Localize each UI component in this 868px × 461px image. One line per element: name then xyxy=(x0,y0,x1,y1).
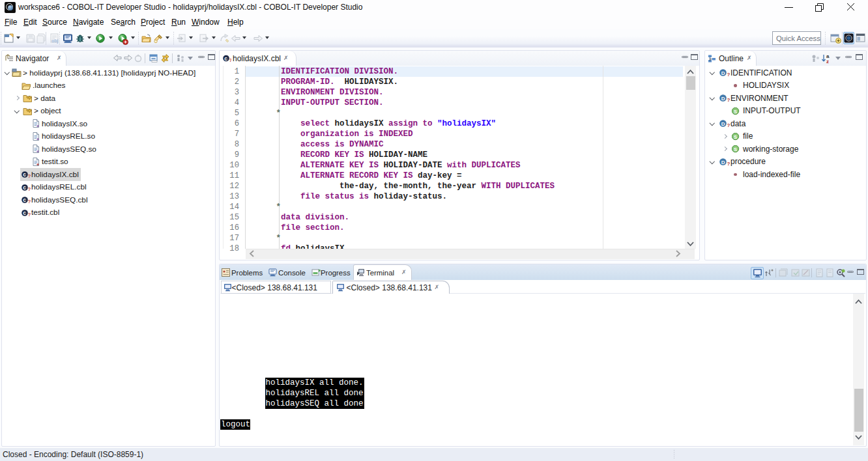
svg-text:obj: obj xyxy=(51,38,59,44)
svg-text:D: D xyxy=(721,70,725,76)
svg-text:z: z xyxy=(826,59,829,63)
svg-text:D: D xyxy=(721,160,725,165)
svg-text:c: c xyxy=(23,210,26,216)
svg-text:?: ? xyxy=(727,72,731,77)
svg-text:c: c xyxy=(23,197,26,203)
svg-text:D: D xyxy=(721,121,725,127)
svg-text:c: c xyxy=(224,55,227,62)
svg-text:c: c xyxy=(23,171,26,178)
svg-text:S: S xyxy=(734,147,737,152)
svg-text:c: c xyxy=(23,184,26,191)
svg-text:?: ? xyxy=(727,122,731,128)
svg-text:?: ? xyxy=(28,212,31,217)
svg-text:S: S xyxy=(734,108,737,114)
svg-text:?: ? xyxy=(28,173,31,179)
svg-text:D: D xyxy=(721,96,725,102)
svg-text:S: S xyxy=(734,133,737,139)
svg-text:?: ? xyxy=(28,199,31,204)
svg-text:?: ? xyxy=(727,97,731,103)
svg-text:?: ? xyxy=(727,161,731,167)
svg-text:?: ? xyxy=(28,186,31,192)
svg-text:?: ? xyxy=(229,57,232,63)
